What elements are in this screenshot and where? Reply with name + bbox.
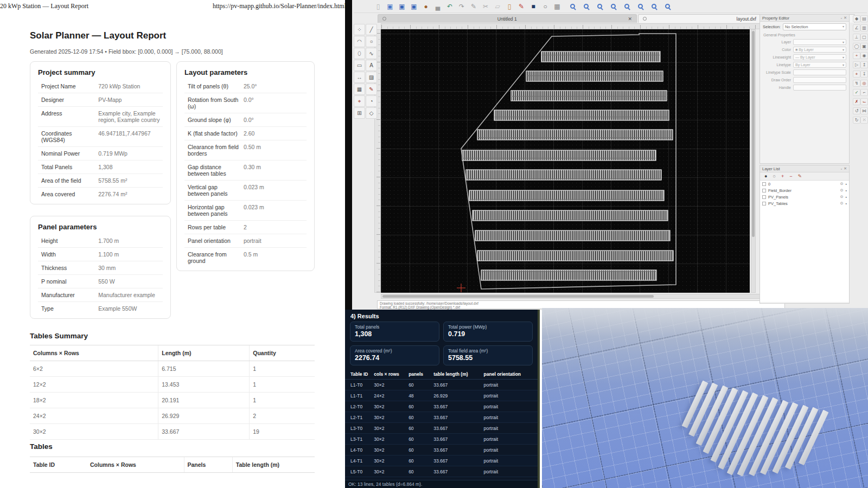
array-icon[interactable]: ⁙ [860, 117, 868, 124]
info-tool-icon[interactable]: ⊞ [354, 107, 365, 119]
snap-middle-icon[interactable]: ⊥ [853, 34, 860, 41]
vertical-scrollbar[interactable] [751, 29, 756, 293]
property-input[interactable] [793, 85, 846, 91]
copy-icon[interactable]: ▱ [493, 2, 502, 11]
tab-untitled[interactable]: Untitled 1 ✕ [378, 14, 637, 23]
view-front-icon[interactable]: ▢ [860, 34, 868, 41]
scrollbar-thumb[interactable] [752, 31, 755, 237]
layer-remove-icon[interactable]: − [789, 174, 792, 179]
panel-float-icon[interactable]: ▫ [841, 16, 842, 20]
layer-lock-icon[interactable]: ▪ [846, 189, 847, 192]
layer-lock-icon[interactable]: ▪ [846, 182, 847, 186]
panel-float-icon[interactable]: ▫ [841, 167, 842, 171]
dimension-tool-icon[interactable]: ↔ [354, 72, 365, 83]
property-dropdown[interactable]: By Layer ▾ [793, 62, 846, 68]
view-top-icon[interactable]: ▣ [860, 43, 868, 50]
zoom-window-icon[interactable] [608, 2, 618, 11]
misc-tool-icon[interactable]: ◇ [366, 107, 377, 119]
zoom-pan-icon[interactable] [622, 2, 631, 11]
save-as-icon[interactable]: ▣ [409, 2, 419, 11]
restrict-ortho-icon[interactable]: ✓ [853, 89, 860, 96]
zoom-previous-icon[interactable] [635, 2, 645, 11]
circle-tool-icon[interactable]: ○ [540, 2, 550, 11]
redo-icon[interactable]: ↷ [457, 2, 467, 11]
extend-icon[interactable]: ⌙ [860, 98, 868, 105]
order-down-icon[interactable]: ↧ [860, 70, 868, 78]
zoom-auto-icon[interactable] [595, 2, 604, 11]
paste-icon[interactable]: ▯ [505, 2, 514, 11]
cad-canvas[interactable] [381, 29, 750, 293]
property-dropdown[interactable]: — By Layer ▾ [793, 54, 846, 60]
undo-icon[interactable]: ↶ [445, 2, 455, 11]
zoom-selection-icon[interactable] [649, 2, 659, 11]
layer-visible-icon[interactable]: ⊙ [840, 182, 844, 186]
scrollbar-thumb[interactable] [382, 295, 654, 298]
order-up-icon[interactable]: ↥ [860, 61, 868, 68]
selection-dropdown[interactable]: No Selection ▾ [783, 23, 846, 30]
rotate-left-icon[interactable]: ↺ [853, 107, 860, 114]
snap-center-icon[interactable]: ◯ [853, 43, 860, 50]
grid-toggle-icon[interactable]: ▦ [552, 2, 562, 11]
snap-tangent-icon[interactable]: ↯ [853, 80, 860, 87]
trim-icon[interactable]: ⌐ [860, 89, 868, 96]
layer-hide-all-icon[interactable]: ○ [773, 174, 775, 179]
layer-visible-icon[interactable]: ⊙ [840, 195, 844, 199]
modify-tool-icon[interactable]: ✎ [366, 84, 377, 95]
zoom-out-icon[interactable] [581, 2, 591, 11]
panel-toggle-icon[interactable]: ▤ [860, 15, 868, 22]
layer-edit-icon[interactable]: ✎ [797, 174, 802, 179]
isolate-icon[interactable]: ◎ [860, 80, 868, 87]
mirror-icon[interactable]: ⋈ [860, 107, 868, 114]
zoom-print-icon[interactable] [662, 2, 672, 11]
rotate-right-icon[interactable]: ↻ [853, 117, 860, 124]
panel-close-icon[interactable]: ✕ [844, 166, 847, 171]
snap-perpendicular-icon[interactable]: ⌖ [853, 70, 860, 78]
layer-visibility-icon[interactable]: ◉ [860, 52, 868, 59]
color-swatch-icon[interactable]: ■ [528, 2, 538, 11]
layer-lock-icon[interactable]: ▪ [846, 195, 847, 199]
new-file-icon[interactable]: ▯ [373, 2, 383, 11]
package-icon[interactable]: ● [421, 2, 431, 11]
line-tool-icon[interactable]: ╱ [366, 24, 377, 35]
polyline-tool-icon[interactable]: ▭ [354, 60, 365, 71]
save-icon[interactable]: ▣ [397, 2, 407, 11]
snap-end-icon[interactable]: ∠ [853, 24, 860, 31]
property-dropdown[interactable]: ■ By Layer ▾ [793, 47, 846, 53]
zoom-in-icon[interactable] [567, 2, 577, 11]
layer-add-icon[interactable]: + [781, 174, 784, 179]
layer-row[interactable]: PV_Tables ⊙ ▪ [760, 200, 849, 207]
image-tool-icon[interactable]: ▦ [354, 84, 365, 95]
print-icon[interactable]: ▄ [433, 2, 443, 11]
spline-tool-icon[interactable]: ∿ [366, 48, 377, 59]
layer-visible-icon[interactable]: ⊙ [840, 188, 844, 192]
snap-reference-icon[interactable]: ▷ [853, 61, 860, 68]
horizontal-scrollbar[interactable] [381, 294, 786, 299]
point-tool-icon[interactable]: ⁘ [354, 24, 365, 35]
panel-close-icon[interactable]: ▥ [860, 24, 868, 31]
restrict-off-icon[interactable]: ✗ [853, 98, 860, 105]
layer-row[interactable]: Field_Border ⊙ ▪ [760, 187, 849, 194]
panel-close-icon[interactable]: ✕ [844, 16, 847, 20]
hatch-tool-icon[interactable]: ▨ [366, 72, 377, 83]
layer-visible-icon[interactable]: ⊙ [840, 201, 844, 206]
property-input[interactable] [793, 69, 846, 75]
ellipse-tool-icon[interactable]: ⬯ [354, 48, 365, 59]
layer-row[interactable]: 0 ⊙ ▪ [760, 181, 849, 187]
draw-pen-icon[interactable]: ✎ [516, 2, 526, 11]
layer-lock-icon[interactable]: ▪ [846, 202, 847, 206]
select-tool-icon[interactable]: ◔ [366, 95, 377, 107]
open-file-icon[interactable]: ▣ [385, 2, 395, 11]
viewer-3d[interactable] [542, 308, 868, 488]
layer-show-all-icon[interactable]: ● [764, 174, 767, 179]
arc-tool-icon[interactable]: ◠ [354, 36, 365, 47]
snap-intersection-icon[interactable]: + [853, 52, 860, 59]
cut-icon[interactable]: ✂ [481, 2, 490, 11]
layer-row[interactable]: PV_Panels ⊙ ▪ [760, 194, 849, 200]
snap-grid-icon[interactable]: ◆ [853, 15, 860, 22]
text-tool-icon[interactable]: A [366, 60, 377, 71]
property-dropdown[interactable]: ▾ [793, 39, 846, 45]
edit-pen-icon[interactable]: ✎ [469, 2, 478, 11]
tab-close-icon[interactable]: ✕ [628, 16, 632, 22]
measure-tool-icon[interactable]: ⌖ [354, 95, 365, 107]
circle-tool-icon[interactable]: ○ [366, 36, 377, 47]
